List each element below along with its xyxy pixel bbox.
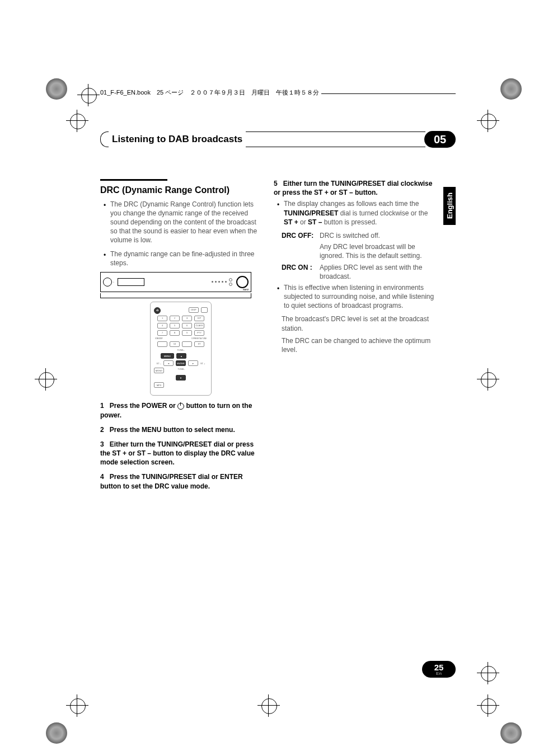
bullet-item: • The DRC (Dynamic Range Control) functi… (104, 200, 261, 245)
remote-label: ST + (200, 362, 205, 365)
remote-menu-btn: MENU (161, 353, 174, 359)
bullet-text: This is effective when listening in envi… (284, 283, 435, 311)
chapter-number: 05 (424, 131, 456, 148)
remote-enter-btn: ENTER (176, 360, 186, 366)
remote-illustration: ⏻ DISP 1 2 3 F/P 4 5 6 CLASS 7 8 9 P (150, 302, 212, 396)
crop-mark (66, 110, 88, 132)
drc-on-desc: Applies DRC level as sent with the broad… (320, 263, 435, 281)
remote-btn: MONO (154, 368, 164, 373)
step-3: 3 Either turn the TUNING/PRESET dial or … (100, 440, 261, 467)
paragraph: The DRC can be changed to achieve the op… (282, 336, 435, 354)
bullet-item: • The display changes as follows each ti… (277, 199, 435, 227)
remote-btn: PTY (194, 330, 204, 336)
remote-btn: 5 (170, 323, 180, 328)
bullet-text: The dynamic range can be fine-adjusted i… (110, 250, 261, 267)
remote-btn: 7 (157, 330, 167, 336)
device-illustration: ◦ BAND (100, 272, 251, 298)
language-tab: English (443, 187, 456, 225)
remote-btn: ST (194, 341, 204, 347)
paragraph: The broadcast's DRC level is set at the … (282, 314, 435, 332)
remote-btn: DISP (189, 307, 199, 313)
remote-up-btn: ▲ (176, 353, 186, 359)
step-1: 1 Press the POWER or button to turn on t… (100, 401, 261, 419)
remote-down-btn: ▼ (176, 375, 186, 381)
bullet-text: The display changes as follows each time… (284, 199, 435, 227)
right-column: 5 Either turn the TUNING/PRESET dial clo… (274, 179, 435, 493)
registration-mark (500, 78, 522, 100)
step-5: 5 Either turn the TUNING/PRESET dial clo… (274, 179, 435, 197)
remote-btn: MPX (154, 382, 164, 388)
crop-mark (477, 694, 499, 717)
remote-label: TUNE+ (154, 349, 208, 351)
section-heading: DRC (Dynamic Range Control) (100, 184, 261, 196)
remote-label: STANDBY (155, 337, 163, 340)
drc-off-row: DRC OFF: DRC is switched off. (282, 231, 435, 240)
remote-btn: 9 (182, 330, 192, 336)
chapter-title: Listening to DAB broadcasts (109, 134, 246, 145)
remote-label: ST – (157, 362, 161, 365)
remote-btn: 3 (182, 316, 192, 321)
page-number-pill: 25 En (422, 661, 456, 678)
remote-btn (157, 341, 167, 347)
drc-off-label: DRC OFF: (282, 231, 320, 240)
remote-btn: 4 (157, 323, 167, 328)
step-2: 2 Press the MENU button to select menu. (100, 425, 261, 434)
remote-btn: F/P (194, 316, 204, 321)
page-number: 25 (434, 663, 444, 672)
remote-btn: 8 (170, 330, 180, 336)
bullet-item: • This is effective when listening in en… (277, 283, 435, 311)
crop-mark (477, 368, 499, 391)
remote-btn (201, 307, 208, 313)
drc-off-desc2: Any DRC level broadcast will be ignored.… (320, 242, 435, 260)
remote-label: D.PRESET/A.TUNE (191, 337, 207, 340)
content-area: DRC (Dynamic Range Control) • The DRC (D… (100, 179, 436, 493)
page-lang: En (436, 672, 442, 676)
section-rule (100, 179, 167, 181)
registration-mark (500, 722, 522, 744)
chapter-header: Listening to DAB broadcasts 05 (100, 131, 456, 148)
band-label: BAND (243, 288, 249, 291)
remote-btn: 10 (170, 341, 180, 347)
drc-off-desc: DRC is switched off. (320, 231, 435, 240)
remote-label: TUNE– (166, 368, 196, 373)
crop-mark (77, 84, 100, 106)
registration-mark (46, 722, 67, 744)
drc-on-row: DRC ON : Applies DRC level as sent with … (282, 263, 435, 281)
crop-mark (477, 662, 499, 684)
remote-right-btn: ► (188, 360, 198, 366)
crop-mark (257, 694, 280, 717)
remote-btn: 6 (182, 323, 192, 328)
drc-on-label: DRC ON : (282, 263, 320, 281)
remote-btn: CLASS (194, 323, 204, 328)
remote-btn: 1 (157, 316, 167, 321)
power-icon: ⏻ (154, 307, 161, 314)
header-filename: 01_F-F6_EN.book 25 ページ ２００７年９月３日 月曜日 午後１… (100, 88, 321, 97)
bullet-text: The DRC (Dynamic Range Control) function… (110, 200, 261, 245)
crop-mark (477, 110, 499, 132)
step-4: 4 Press the TUNING/PRESET dial or ENTER … (100, 472, 261, 490)
drc-off-row2: Any DRC level broadcast will be ignored.… (282, 242, 435, 260)
crop-mark (66, 694, 88, 717)
registration-mark (46, 78, 67, 100)
remote-btn: 2 (170, 316, 180, 321)
remote-btn (182, 341, 192, 347)
remote-left-btn: ◄ (163, 360, 174, 366)
left-column: DRC (Dynamic Range Control) • The DRC (D… (100, 179, 261, 493)
crop-mark (35, 368, 57, 391)
bullet-item: • The dynamic range can be fine-adjusted… (104, 250, 261, 267)
power-icon (177, 403, 184, 410)
